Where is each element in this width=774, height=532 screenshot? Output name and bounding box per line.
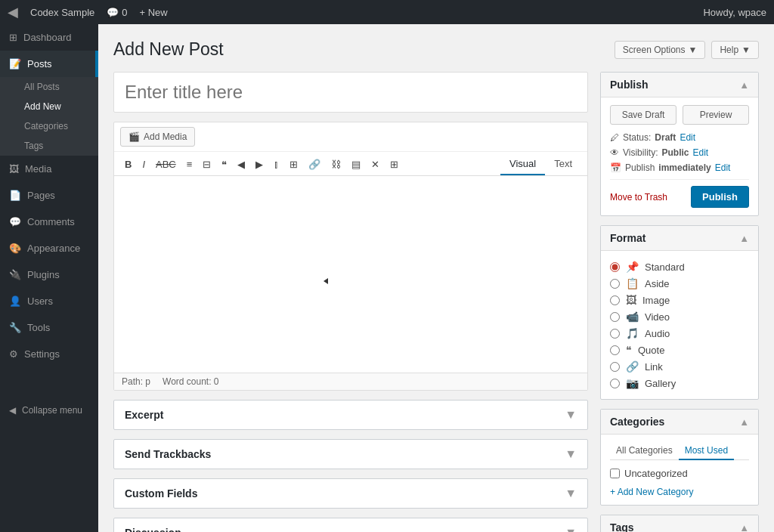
format-radio-video[interactable]: [610, 312, 620, 322]
visibility-icon: 👁: [610, 147, 619, 158]
sidebar-item-appearance[interactable]: 🎨 Appearance: [0, 235, 98, 261]
discussion-metabox-header[interactable]: Discussion ▼: [114, 518, 587, 532]
collapse-menu[interactable]: ◀ Collapse menu: [0, 397, 98, 423]
tags-panel-title: Tags: [610, 521, 634, 532]
tools-icon: 🔧: [9, 322, 21, 333]
publish-button[interactable]: Publish: [691, 186, 749, 208]
post-title-input[interactable]: [113, 72, 588, 113]
tags-panel-toggle-icon[interactable]: ▲: [739, 522, 749, 533]
strikethrough-button[interactable]: ABC: [151, 156, 181, 172]
categories-tabs: All Categories Most Used: [610, 442, 749, 460]
preview-button[interactable]: Preview: [683, 105, 749, 125]
trackbacks-metabox: Send Trackbacks ▼: [113, 439, 588, 469]
align-center-button[interactable]: ▶: [251, 156, 268, 172]
editor-content-area[interactable]: [114, 176, 587, 373]
editor-layout: 🎬 Add Media B I ABC ≡ ⊟ ❝ ◀: [113, 72, 759, 532]
collapse-icon: ◀: [9, 405, 16, 416]
appearance-icon: 🎨: [9, 243, 21, 254]
tab-text[interactable]: Text: [545, 153, 581, 175]
move-to-trash-link[interactable]: Move to Trash: [610, 192, 667, 203]
sidebar-item-comments[interactable]: 💬 Comments: [0, 209, 98, 235]
format-panel-toggle-icon[interactable]: ▲: [739, 233, 749, 244]
submenu-all-posts[interactable]: All Posts: [0, 77, 98, 97]
insert-link-button[interactable]: 🔗: [304, 156, 325, 172]
publish-panel-toggle-icon[interactable]: ▲: [739, 79, 749, 91]
format-radio-aside[interactable]: [610, 279, 620, 289]
italic-button[interactable]: I: [138, 156, 150, 172]
custom-fields-metabox-header[interactable]: Custom Fields ▼: [114, 479, 587, 508]
format-radio-gallery[interactable]: [610, 379, 620, 388]
publish-actions: Save Draft Preview: [610, 105, 749, 125]
publish-time-edit-link[interactable]: Edit: [715, 162, 731, 173]
align-left-button[interactable]: ◀: [233, 156, 249, 172]
add-new-category-link[interactable]: + Add New Category: [610, 487, 749, 497]
tab-visual[interactable]: Visual: [500, 153, 545, 175]
bold-button[interactable]: B: [120, 156, 136, 172]
tab-most-used[interactable]: Most Used: [679, 442, 734, 460]
sidebar-item-users[interactable]: 👤 Users: [0, 288, 98, 314]
new-content-link[interactable]: + New: [140, 7, 168, 18]
status-edit-link[interactable]: Edit: [680, 132, 695, 143]
table-button[interactable]: ⊞: [385, 156, 403, 172]
sidebar-item-plugins[interactable]: 🔌 Plugins: [0, 261, 98, 288]
format-radio-link[interactable]: [610, 362, 620, 372]
path-label: Path: p: [122, 376, 150, 387]
categories-panel-toggle-icon[interactable]: ▲: [739, 416, 749, 428]
format-video-icon: 📹: [626, 311, 639, 323]
align-justify-button[interactable]: ⊞: [285, 156, 302, 172]
format-option-video: 📹 Video: [610, 308, 749, 325]
remove-link-button[interactable]: ⛓: [327, 156, 345, 172]
tab-all-categories[interactable]: All Categories: [610, 442, 679, 459]
format-radio-audio[interactable]: [610, 329, 620, 339]
format-aside-label: Aside: [645, 278, 670, 289]
blockquote-button[interactable]: ❝: [217, 156, 231, 172]
users-icon: 👤: [9, 295, 21, 307]
submenu-add-new[interactable]: Add New: [0, 97, 98, 116]
add-media-button[interactable]: 🎬 Add Media: [120, 127, 195, 147]
ordered-list-button[interactable]: ⊟: [198, 156, 215, 172]
submenu-tags[interactable]: Tags: [0, 136, 98, 156]
media-icon: 🖼: [9, 163, 19, 175]
format-standard-icon: 📌: [626, 261, 639, 273]
format-link-label: Link: [645, 361, 663, 373]
format-standard-label: Standard: [645, 261, 685, 273]
sidebar-item-posts[interactable]: 📝 Posts: [0, 51, 98, 77]
excerpt-metabox-header[interactable]: Excerpt ▼: [114, 401, 587, 429]
sidebar-item-settings[interactable]: ⚙ Settings: [0, 341, 98, 367]
status-icon: 🖊: [610, 132, 619, 143]
format-radio-image[interactable]: [610, 295, 620, 305]
dashboard-icon: ⊞: [9, 32, 17, 43]
categories-panel: Categories ▲ All Categories Most Used Un…: [600, 409, 759, 506]
format-option-aside: 📋 Aside: [610, 275, 749, 292]
category-uncategorized-label: Uncategorized: [624, 468, 688, 479]
format-image-label: Image: [642, 295, 670, 306]
site-name[interactable]: Codex Sample: [30, 7, 94, 18]
format-radio-standard[interactable]: [610, 262, 620, 272]
format-aside-icon: 📋: [626, 277, 639, 289]
fullscreen-button[interactable]: ✕: [367, 156, 384, 172]
sidebar-item-pages[interactable]: 📄 Pages: [0, 182, 98, 209]
format-option-gallery: 📷 Gallery: [610, 375, 749, 391]
align-right-button[interactable]: ⫿: [269, 156, 283, 172]
submenu-categories[interactable]: Categories: [0, 116, 98, 136]
trackbacks-toggle-icon: ▼: [565, 447, 577, 461]
excerpt-title: Excerpt: [125, 409, 163, 421]
unordered-list-button[interactable]: ≡: [182, 156, 197, 172]
format-radio-quote[interactable]: [610, 345, 620, 355]
visibility-edit-link[interactable]: Edit: [692, 147, 708, 158]
read-more-button[interactable]: ▤: [347, 156, 365, 172]
comments-link[interactable]: 💬 0: [107, 7, 127, 18]
sidebar-item-media[interactable]: 🖼 Media: [0, 156, 98, 182]
sidebar-item-dashboard[interactable]: ⊞ Dashboard: [0, 24, 98, 51]
help-button[interactable]: Help ▼: [711, 41, 759, 59]
format-video-label: Video: [645, 311, 670, 323]
screen-options-button[interactable]: Screen Options ▼: [615, 41, 706, 59]
save-draft-button[interactable]: Save Draft: [610, 105, 676, 125]
categories-panel-header: Categories ▲: [601, 410, 758, 435]
trackbacks-metabox-header[interactable]: Send Trackbacks ▼: [114, 440, 587, 469]
help-chevron-icon: ▼: [741, 45, 751, 55]
sidebar-item-tools[interactable]: 🔧 Tools: [0, 314, 98, 341]
wp-logo-icon[interactable]: ◀: [8, 4, 18, 20]
excerpt-toggle-icon: ▼: [565, 408, 577, 422]
category-uncategorized-checkbox[interactable]: [610, 469, 620, 478]
